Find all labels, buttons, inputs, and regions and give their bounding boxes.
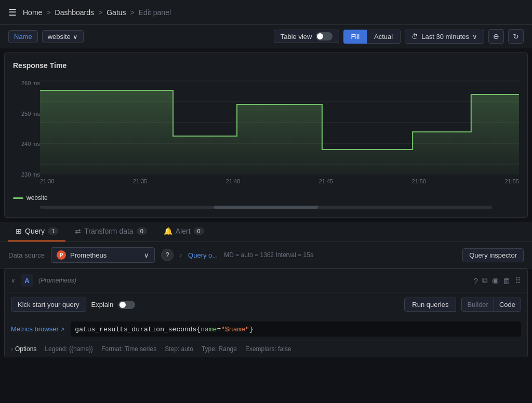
delete-icon[interactable]: 🗑 bbox=[503, 276, 511, 285]
query-actions: ? ⧉ ◉ 🗑 ⠿ bbox=[474, 276, 521, 286]
builder-button[interactable]: Builder bbox=[461, 298, 493, 312]
x-label-5: 21:55 bbox=[504, 178, 519, 184]
tab-query[interactable]: ⊞ Query 1 bbox=[8, 222, 65, 241]
website-label: website bbox=[48, 33, 71, 41]
metrics-browser-label: Metrics browser bbox=[11, 325, 59, 333]
expand-icon[interactable]: › bbox=[180, 251, 182, 259]
query-row-header: ∨ A (Prometheus) ? ⧉ ◉ 🗑 ⠿ bbox=[5, 269, 527, 292]
query-text: gatus_results_duration_seconds{name="$na… bbox=[75, 326, 253, 333]
tabs-bar: ⊞ Query 1 ⇄ Transform data 0 🔔 Alert 0 bbox=[0, 222, 532, 242]
query-meta: MD = auto = 1362 Interval = 15s bbox=[224, 251, 313, 259]
label-name: name bbox=[201, 326, 217, 333]
chart-legend: website bbox=[13, 194, 519, 202]
breadcrumb-home[interactable]: Home bbox=[23, 8, 42, 17]
exemplars-value: Exemplars: false bbox=[245, 345, 291, 353]
table-view-button[interactable]: Table view bbox=[274, 30, 340, 43]
time-range-label: Last 30 minutes bbox=[421, 33, 469, 41]
actual-button[interactable]: Actual bbox=[367, 30, 401, 44]
breadcrumb-dashboards[interactable]: Dashboards bbox=[55, 8, 95, 17]
y-label-1: 250 ms bbox=[13, 111, 40, 117]
type-value: Type: Range bbox=[202, 345, 237, 353]
metrics-row: Metrics browser > gatus_results_duration… bbox=[5, 317, 527, 341]
toolbar: Name website ∨ Table view Fill Actual ⏱ … bbox=[0, 25, 532, 48]
kick-start-button[interactable]: Kick start your query bbox=[11, 298, 86, 312]
query-inspector-button[interactable]: Query inspector bbox=[462, 248, 524, 262]
breadcrumb-sep2: > bbox=[98, 8, 102, 17]
datasource-bar: Data source P Prometheus ∨ ? › Query o..… bbox=[0, 242, 532, 268]
x-label-1: 21:35 bbox=[133, 178, 148, 184]
copy-icon[interactable]: ⧉ bbox=[482, 276, 488, 285]
metric-name: gatus_results_duration_seconds bbox=[75, 326, 196, 333]
chevron-down-icon: ∨ bbox=[472, 33, 477, 41]
y-label-0: 260 ms bbox=[13, 80, 40, 86]
breadcrumb-sep3: > bbox=[130, 8, 135, 17]
legend-label: website bbox=[26, 194, 48, 202]
zoom-out-button[interactable]: ⊖ bbox=[488, 29, 504, 44]
chart-svg bbox=[40, 76, 519, 174]
chart-scrollbar[interactable] bbox=[40, 206, 492, 209]
breadcrumb-current: Edit panel bbox=[139, 8, 171, 17]
metrics-browser-link[interactable]: Metrics browser > bbox=[11, 325, 64, 333]
query-label: Query o... bbox=[188, 251, 218, 259]
builder-code-group: Builder Code bbox=[461, 298, 521, 312]
chevron-down-icon: ∨ bbox=[73, 33, 78, 41]
tab-transform-icon: ⇄ bbox=[75, 227, 81, 235]
table-view-label: Table view bbox=[281, 33, 312, 41]
label-value: "$name" bbox=[221, 326, 249, 333]
breadcrumb-sep1: > bbox=[46, 8, 50, 17]
chart-area: 260 ms 250 ms 240 ms 230 ms bbox=[13, 76, 519, 190]
top-nav: ☰ Home > Dashboards > Gatus > Edit panel bbox=[0, 0, 532, 25]
refresh-button[interactable]: ↻ bbox=[508, 29, 524, 44]
datasource-select[interactable]: P Prometheus ∨ bbox=[51, 247, 155, 263]
time-icon: ⏱ bbox=[411, 33, 418, 41]
refresh-icon: ↻ bbox=[513, 32, 519, 41]
drag-handle-icon[interactable]: ⠿ bbox=[515, 276, 521, 286]
breadcrumb-gatus[interactable]: Gatus bbox=[107, 8, 126, 17]
query-expand-link[interactable]: Query o... bbox=[188, 251, 218, 259]
y-label-2: 240 ms bbox=[13, 141, 40, 147]
tab-transform[interactable]: ⇄ Transform data 0 bbox=[68, 222, 154, 241]
collapse-icon[interactable]: ∨ bbox=[11, 277, 16, 284]
chart-title: Response Time bbox=[13, 61, 519, 70]
x-label-4: 21:50 bbox=[412, 178, 427, 184]
options-toggle[interactable]: › Options bbox=[11, 345, 36, 353]
format-value: Format: Time series bbox=[101, 345, 156, 353]
datasource-label: Data source bbox=[8, 251, 45, 259]
explain-label: Explain bbox=[91, 301, 114, 308]
metrics-browser-chevron-icon: > bbox=[61, 325, 65, 333]
step-value: Step: auto bbox=[165, 345, 193, 353]
zoom-out-icon: ⊖ bbox=[493, 32, 499, 41]
y-label-3: 230 ms bbox=[13, 171, 40, 178]
chart-content: 21:30 21:35 21:40 21:45 21:50 21:55 bbox=[40, 76, 519, 190]
help-button[interactable]: ? bbox=[161, 249, 174, 261]
explain-toggle[interactable] bbox=[118, 301, 135, 309]
tab-transform-label: Transform data bbox=[84, 227, 133, 235]
tab-alert[interactable]: 🔔 Alert 0 bbox=[156, 222, 211, 241]
chevron-down-icon: ∨ bbox=[144, 251, 149, 259]
tab-alert-badge: 0 bbox=[194, 227, 204, 235]
help-icon: ? bbox=[166, 251, 169, 259]
website-dropdown[interactable]: website ∨ bbox=[42, 30, 84, 43]
x-label-0: 21:30 bbox=[40, 178, 55, 184]
code-button[interactable]: Code bbox=[494, 298, 521, 312]
fill-button[interactable]: Fill bbox=[343, 30, 367, 44]
legend-color-dot bbox=[13, 197, 23, 199]
table-view-toggle[interactable] bbox=[316, 32, 332, 41]
query-source: (Prometheus) bbox=[38, 277, 76, 284]
time-picker-button[interactable]: ⏱ Last 30 minutes ∨ bbox=[405, 30, 484, 44]
tab-query-label: Query bbox=[25, 227, 45, 235]
tab-transform-badge: 0 bbox=[137, 227, 147, 235]
name-button[interactable]: Name bbox=[8, 30, 38, 43]
options-label: Options bbox=[15, 345, 36, 353]
query-help-icon[interactable]: ? bbox=[474, 276, 478, 285]
run-queries-button[interactable]: Run queries bbox=[404, 298, 456, 312]
menu-icon[interactable]: ☰ bbox=[8, 7, 17, 18]
query-toolbar: Kick start your query Explain Run querie… bbox=[5, 292, 527, 317]
options-chevron-icon: › bbox=[11, 345, 13, 353]
tab-alert-label: Alert bbox=[176, 227, 191, 235]
y-axis: 260 ms 250 ms 240 ms 230 ms bbox=[13, 76, 40, 190]
scrollbar-thumb[interactable] bbox=[214, 206, 318, 209]
tab-query-icon: ⊞ bbox=[16, 227, 22, 235]
eye-icon[interactable]: ◉ bbox=[492, 276, 499, 285]
query-input-area[interactable]: gatus_results_duration_seconds{name="$na… bbox=[71, 321, 521, 337]
